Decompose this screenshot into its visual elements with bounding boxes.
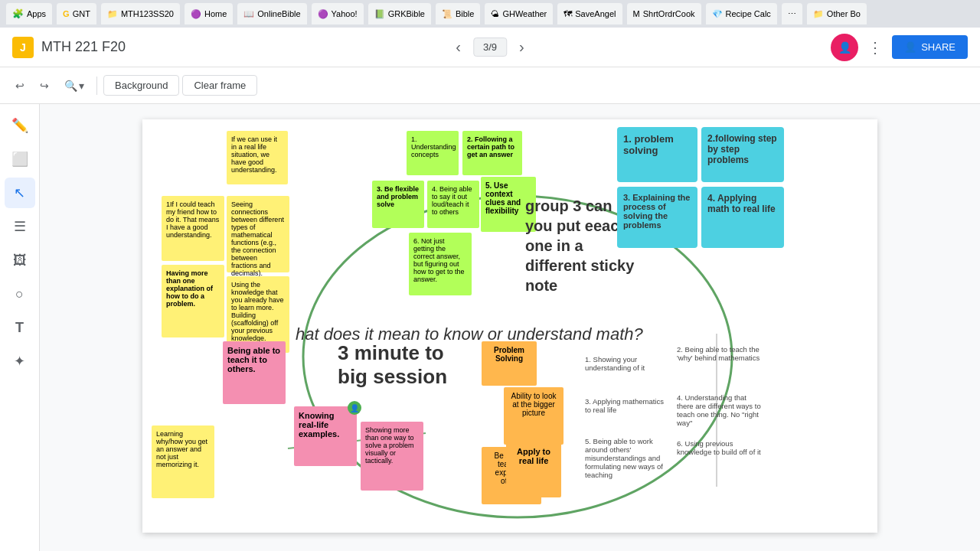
sticky-note-sn9[interactable]: 4. Being able to say it out loud/teach i… [427, 181, 479, 228]
session-text: 3 minute tobig session [338, 341, 447, 389]
redo-button[interactable]: ↪ [34, 75, 55, 96]
zoom-icon: 🔍 [64, 80, 77, 92]
tab-bible[interactable]: 📜 Bible [436, 3, 480, 24]
next-slide-button[interactable]: › [513, 35, 531, 59]
sticky-note-sn13[interactable]: Knowing real-life examples. [294, 406, 357, 466]
tab-more[interactable]: ⋯ [782, 3, 802, 24]
right-text-4: 4. Understanding that there are differen… [677, 393, 765, 427]
share-button[interactable]: 👤 SHARE [892, 35, 968, 59]
more-options-button[interactable]: ⋮ [864, 35, 886, 60]
avatar-small: 👤 [348, 401, 361, 415]
blue-box-4[interactable]: 4. Applying math to real life [701, 187, 784, 248]
slide-navigation: ‹ 3/9 › [449, 35, 530, 59]
tool-text[interactable]: T [5, 312, 35, 343]
sticky-note-sn11[interactable]: 6. Not just getting the correct answer, … [409, 233, 472, 295]
sticky-note-sn7[interactable]: 2. Following a certain path to get an an… [462, 131, 522, 175]
sticky-note-sn1[interactable]: If we can use it in a real life situatio… [227, 131, 288, 184]
header-actions: 👤 ⋮ 👤 SHARE [831, 34, 968, 61]
tool-pen[interactable]: ✏️ [5, 110, 35, 141]
right-text-3: 3. Applying mathematics to real life [585, 397, 669, 414]
tab-saveangel[interactable]: 🗺 SaveAngel [557, 3, 622, 24]
right-text-2: 2. Being able to teach the 'why' behind … [677, 345, 765, 362]
app-logo: J [12, 37, 34, 58]
sticky-note-sn2[interactable]: Seeing connections between different typ… [227, 196, 289, 272]
toolbar-divider-1 [96, 77, 97, 95]
right-text-1: 1. Showing your understanding of it [585, 355, 669, 372]
tab-apps[interactable]: 🧩 Apps [6, 3, 52, 24]
app-header: J MTH 221 F20 ‹ 3/9 › 👤 ⋮ 👤 SHARE [0, 28, 980, 67]
right-text-5: 5. Being able to work around others' mis… [585, 437, 669, 479]
tool-list[interactable]: ☰ [5, 211, 35, 242]
canvas-area[interactable]: If we can use it in a real life situatio… [40, 104, 980, 551]
blue-box-3[interactable]: 3. Explaining the process of solving the… [617, 187, 697, 248]
sticky-note-sn12[interactable]: Being able to teach it to others. [223, 341, 286, 404]
sticky-note-sn16[interactable]: Problem Solving [482, 341, 537, 386]
tab-recipecalc[interactable]: 💎 Recipe Calc [706, 3, 777, 24]
tab-grkbible[interactable]: 📗 GRKBible [368, 3, 431, 24]
tab-ghweather[interactable]: 🌤 GHWeather [485, 3, 553, 24]
tab-yahoo[interactable]: 🟣 Yahoo! [312, 3, 364, 24]
slide-counter[interactable]: 3/9 [473, 37, 507, 57]
sticky-note-sn8[interactable]: 3. Be flexible and problem solve [372, 181, 424, 228]
clear-frame-button[interactable]: Clear frame [182, 75, 257, 96]
sticky-note-sn15[interactable]: Learning why/how you get an answer and n… [152, 425, 214, 498]
zoom-button[interactable]: 🔍 ▾ [58, 75, 90, 96]
tool-select[interactable]: ↖ [5, 178, 35, 208]
tab-onlinebible[interactable]: 📖 OnlineBible [237, 3, 306, 24]
toolbar: ↩ ↪ 🔍 ▾ Background Clear frame [0, 67, 980, 104]
blue-box-1[interactable]: 1. problem solving [617, 127, 697, 182]
tab-mth[interactable]: 📁 MTH123SS20 [101, 3, 180, 24]
tool-image[interactable]: 🖼 [5, 245, 35, 276]
browser-tabbar: 🧩 Apps G GNT 📁 MTH123SS20 🟣 Home 📖 Onlin… [0, 0, 980, 28]
avatar[interactable]: 👤 [831, 34, 858, 61]
sticky-note-sn14[interactable]: Showing more than one way to solve a pro… [361, 422, 423, 491]
tab-shrtordrcook[interactable]: M ShrtOrdrCook [627, 3, 701, 24]
background-button[interactable]: Background [103, 75, 179, 96]
blue-box-2[interactable]: 2.following step by step problems [701, 127, 784, 182]
sticky-note-sn4[interactable]: 1If I could teach my friend how to do it… [162, 196, 224, 261]
share-icon: 👤 [904, 41, 916, 53]
sticky-note-sn5[interactable]: Having more than one explanation of how … [162, 265, 224, 337]
tool-eraser[interactable]: ⬜ [5, 144, 35, 174]
tab-otherbo[interactable]: 📁 Other Bo [807, 3, 867, 24]
sticky-note-sn19[interactable]: Apply to real life [506, 442, 561, 497]
tool-more[interactable]: ✦ [5, 346, 35, 377]
sticky-note-sn6[interactable]: 1. Understanding concepts [407, 131, 459, 175]
tool-shape[interactable]: ○ [5, 279, 35, 309]
tab-home[interactable]: 🟣 Home [185, 3, 233, 24]
left-sidebar: ✏️ ⬜ ↖ ☰ 🖼 ○ T ✦ [0, 104, 40, 551]
sticky-note-sn17[interactable]: Ability to look at the bigger picture [504, 387, 564, 445]
undo-button[interactable]: ↩ [9, 75, 31, 96]
tab-gnt[interactable]: G GNT [57, 3, 96, 24]
app-title: MTH 221 F20 [41, 39, 126, 55]
slide-canvas: If we can use it in a real life situatio… [142, 119, 877, 533]
right-text-6: 6. Using previous knowledge to build off… [677, 439, 765, 456]
main-layout: ✏️ ⬜ ↖ ☰ 🖼 ○ T ✦ If we can use it in a r… [0, 104, 980, 551]
prev-slide-button[interactable]: ‹ [449, 35, 467, 59]
